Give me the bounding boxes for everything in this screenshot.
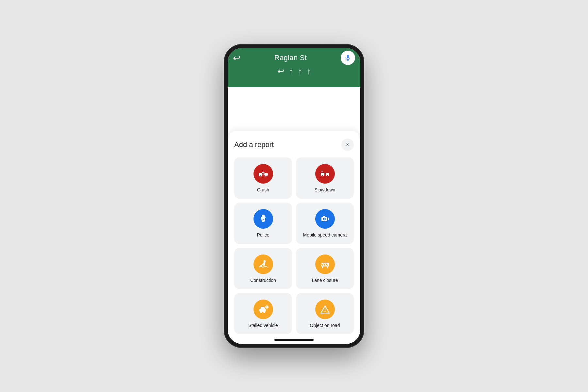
construction-icon-circle bbox=[253, 254, 273, 274]
speed-camera-label: Mobile speed camera bbox=[303, 232, 347, 238]
map-arrows-row: ↩ ↑ ↑ ↑ bbox=[277, 66, 311, 76]
phone-screen: ↩ Raglan St ↩ ↑ ↑ ↑ bbox=[228, 48, 360, 344]
close-icon: × bbox=[346, 142, 349, 148]
turn-arrow-icon: ↩ bbox=[233, 53, 240, 63]
report-item-slowdown[interactable]: Slowdown bbox=[296, 157, 354, 199]
stalled-icon-circle bbox=[253, 300, 273, 319]
construction-icon bbox=[258, 259, 269, 270]
police-icon-circle bbox=[253, 209, 273, 229]
arrow-up-icon-2: ↑ bbox=[298, 66, 302, 76]
object-label: Object on road bbox=[310, 322, 340, 328]
report-item-construction[interactable]: Construction bbox=[234, 248, 292, 289]
report-item-lane-closure[interactable]: Lane closure bbox=[296, 248, 354, 289]
svg-rect-28 bbox=[328, 218, 329, 220]
svg-rect-29 bbox=[323, 216, 325, 217]
crash-label: Crash bbox=[257, 187, 269, 193]
report-item-speed-camera[interactable]: Mobile speed camera bbox=[296, 203, 354, 244]
slowdown-label: Slowdown bbox=[315, 187, 335, 193]
report-item-police[interactable]: Police bbox=[234, 203, 292, 244]
arrow-left-icon: ↩ bbox=[277, 66, 285, 76]
svg-point-19 bbox=[328, 175, 329, 176]
svg-point-18 bbox=[326, 175, 327, 176]
svg-point-43 bbox=[263, 311, 265, 313]
svg-point-7 bbox=[265, 175, 266, 176]
svg-rect-37 bbox=[321, 263, 329, 264]
svg-rect-41 bbox=[259, 309, 266, 312]
svg-point-16 bbox=[321, 175, 322, 176]
svg-rect-40 bbox=[327, 266, 328, 268]
svg-point-5 bbox=[259, 175, 260, 176]
crash-icon bbox=[258, 169, 269, 179]
svg-rect-39 bbox=[322, 266, 323, 268]
svg-line-31 bbox=[262, 263, 264, 265]
svg-rect-15 bbox=[326, 173, 329, 175]
map-header: ↩ Raglan St ↩ ↑ ↑ ↑ bbox=[228, 48, 360, 87]
stalled-label: Stalled vehicle bbox=[248, 322, 278, 328]
arrow-up-icon-1: ↑ bbox=[289, 66, 293, 76]
svg-point-6 bbox=[261, 175, 262, 176]
svg-rect-49 bbox=[324, 308, 325, 311]
police-label: Police bbox=[257, 232, 269, 238]
home-indicator bbox=[274, 339, 314, 341]
svg-point-42 bbox=[260, 311, 262, 313]
svg-line-12 bbox=[262, 172, 263, 173]
lane-closure-icon-circle bbox=[315, 254, 335, 274]
mic-button[interactable] bbox=[341, 51, 355, 65]
crash-icon-circle bbox=[253, 164, 273, 184]
report-modal: Add a report × bbox=[228, 131, 360, 344]
svg-rect-23 bbox=[261, 217, 266, 218]
svg-point-46 bbox=[266, 308, 267, 308]
lane-closure-icon bbox=[320, 259, 330, 270]
stalled-vehicle-icon bbox=[258, 304, 269, 315]
speed-camera-icon bbox=[320, 214, 330, 224]
report-item-crash[interactable]: Crash bbox=[234, 157, 292, 199]
lane-closure-label: Lane closure bbox=[312, 277, 338, 283]
svg-rect-0 bbox=[347, 55, 349, 58]
mic-icon bbox=[344, 54, 351, 61]
object-icon-circle bbox=[315, 300, 335, 319]
map-top-row: ↩ Raglan St bbox=[228, 51, 360, 65]
close-button[interactable]: × bbox=[341, 139, 354, 151]
svg-point-8 bbox=[266, 175, 268, 176]
modal-title: Add a report bbox=[234, 140, 274, 149]
svg-point-50 bbox=[324, 311, 325, 312]
slowdown-icon-circle bbox=[315, 164, 335, 184]
street-name: Raglan St bbox=[274, 54, 307, 62]
arrow-up-icon-3: ↑ bbox=[307, 66, 311, 76]
object-on-road-icon bbox=[320, 304, 330, 315]
modal-header: Add a report × bbox=[234, 139, 354, 151]
construction-label: Construction bbox=[250, 277, 276, 283]
svg-rect-3 bbox=[259, 173, 262, 175]
phone-frame: ↩ Raglan St ↩ ↑ ↑ ↑ bbox=[224, 44, 364, 348]
report-item-object[interactable]: Object on road bbox=[296, 293, 354, 334]
svg-rect-14 bbox=[321, 173, 324, 175]
svg-rect-4 bbox=[264, 173, 268, 175]
svg-rect-45 bbox=[266, 306, 267, 307]
svg-point-17 bbox=[323, 175, 324, 176]
slowdown-icon bbox=[320, 169, 330, 179]
police-icon bbox=[258, 214, 269, 224]
report-grid: Crash bbox=[234, 157, 354, 334]
report-item-stalled[interactable]: Stalled vehicle bbox=[234, 293, 292, 334]
svg-line-13 bbox=[264, 172, 264, 173]
speed-camera-icon-circle bbox=[315, 209, 335, 229]
svg-point-27 bbox=[324, 219, 325, 220]
